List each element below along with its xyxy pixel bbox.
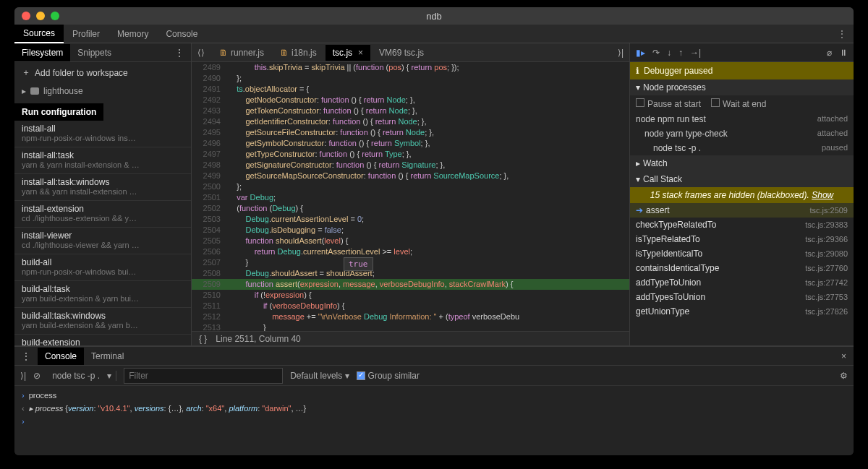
close-tab-icon[interactable]: × <box>358 48 363 58</box>
stack-frame[interactable]: checkTypeRelatedTotsc.js:29383 <box>630 218 854 232</box>
pause-on-exceptions-icon[interactable]: ⏸ <box>839 48 848 58</box>
run-config-item[interactable]: install-viewercd ./lighthouse-viewer && … <box>14 228 191 254</box>
code-line[interactable]: 2494 getIdentifierConstructor: function … <box>192 116 629 127</box>
process-item[interactable]: node tsc -p .paused <box>630 141 854 155</box>
code-line[interactable]: 2513 } <box>192 322 629 331</box>
file-tab-vm69[interactable]: VM69 tsc.js <box>372 45 431 61</box>
debugger-paused-banner: ℹ Debugger paused <box>630 62 854 79</box>
code-line[interactable]: 2501 var Debug; <box>192 192 629 203</box>
code-line[interactable]: 2489 this.skipTrivia = skipTrivia || (fu… <box>192 62 629 73</box>
code-line[interactable]: 2493 getTokenConstructor: function () { … <box>192 106 629 116</box>
wait-at-end-checkbox[interactable]: Wait at end <box>711 98 766 109</box>
pause-at-start-checkbox[interactable]: Pause at start <box>636 98 701 109</box>
tab-sources[interactable]: Sources <box>14 25 64 43</box>
info-icon: ℹ <box>636 66 639 76</box>
resume-icon[interactable]: ▮▸ <box>636 48 645 58</box>
process-item[interactable]: node yarn type-checkattached <box>630 126 854 141</box>
code-line[interactable]: 2492 getNodeConstructor: function () { r… <box>192 95 629 106</box>
code-line[interactable]: 2509 function assert(expression, message… <box>192 279 629 290</box>
clear-console-icon[interactable]: ⊘ <box>33 371 41 381</box>
tab-filesystem[interactable]: Filesystem <box>14 44 70 61</box>
run-config-item[interactable]: install-allnpm-run-posix-or-windows ins… <box>14 121 191 147</box>
drawer-tab-terminal[interactable]: Terminal <box>84 348 131 365</box>
drawer-tab-console[interactable]: Console <box>38 348 84 365</box>
console-output[interactable]: ›process‹▸ process {version: "v10.4.1", … <box>14 386 854 455</box>
code-line[interactable]: 2499 getSourceMapSourceConstructor: func… <box>192 171 629 181</box>
main-menu-icon[interactable]: ⋮ <box>830 29 854 39</box>
code-line[interactable]: 2506 return Debug.currentAssertionLevel … <box>192 246 629 257</box>
stack-frame[interactable]: isTypeIdenticalTotsc.js:29080 <box>630 246 854 261</box>
run-config-item[interactable]: install-extensioncd ./lighthouse-extensi… <box>14 201 191 228</box>
more-tabs-icon[interactable]: ⟩| <box>612 48 629 58</box>
code-line[interactable]: 2503 Debug.currentAssertionLevel = 0; <box>192 214 629 225</box>
node-processes-header[interactable]: ▾Node processes <box>630 79 854 95</box>
chevron-right-icon: ▸ <box>636 158 640 168</box>
tab-memory[interactable]: Memory <box>109 25 157 43</box>
run-config-item[interactable]: build-all:task:windowsyarn build-extensi… <box>14 308 191 335</box>
group-similar-checkbox[interactable]: Group similar <box>357 371 420 381</box>
run-config-item[interactable]: install-all:taskyarn & yarn install-exte… <box>14 147 191 174</box>
drawer-menu-icon[interactable]: ⋮ <box>14 351 38 361</box>
code-line[interactable]: 2500 }; <box>192 181 629 192</box>
stack-frame[interactable]: isTypeRelatedTotsc.js:29366 <box>630 232 854 246</box>
show-hidden-frames-link[interactable]: Show <box>812 190 833 200</box>
code-line[interactable]: 2502 (function (Debug) { <box>192 203 629 214</box>
code-line[interactable]: 2491 ts.objectAllocator = { <box>192 84 629 95</box>
console-toolbar: ⟩| ⊘ node tsc -p . ▾ Default levels ▾ Gr… <box>14 366 854 386</box>
tab-console[interactable]: Console <box>157 25 206 43</box>
hidden-frames-banner: 15 stack frames are hidden (blackboxed).… <box>630 187 854 203</box>
minimize-window-button[interactable] <box>36 12 45 20</box>
code-line[interactable]: 2507 } <box>192 257 629 268</box>
run-config-item[interactable]: build-allnpm-run-posix-or-windows bui… <box>14 254 191 281</box>
console-settings-icon[interactable]: ⚙ <box>840 371 848 381</box>
cursor-indicator-icon[interactable]: { } <box>199 334 207 343</box>
run-config-item[interactable]: build-extensioncd ./lighthouse-extension… <box>14 335 191 345</box>
stack-frame[interactable]: containsIdenticalTypetsc.js:27760 <box>630 261 854 275</box>
run-config-item[interactable]: build-all:taskyarn build-extension & yar… <box>14 281 191 308</box>
console-context[interactable]: node tsc -p . ▾ <box>48 371 116 381</box>
log-levels-dropdown[interactable]: Default levels ▾ <box>290 371 349 381</box>
stack-frame[interactable]: addTypeToUniontsc.js:27742 <box>630 275 854 290</box>
filter-input[interactable] <box>124 368 283 384</box>
watch-header[interactable]: ▸Watch <box>630 155 854 171</box>
code-line[interactable]: 2510 if (!expression) { <box>192 290 629 301</box>
file-tab-i18n[interactable]: 🗎i18n.js <box>273 45 324 61</box>
code-line[interactable]: 2508 Debug.shouldAssert = shouldAssert; <box>192 268 629 279</box>
debugger-panel: ▮▸ ↷ ↓ ↑ →| ⌀ ⏸ ℹ Debugger paused ▾Node … <box>629 43 854 345</box>
step-into-icon[interactable]: ↓ <box>667 48 671 58</box>
code-line[interactable]: 2505 function shouldAssert(level) { <box>192 236 629 246</box>
run-config-item[interactable]: install-all:task:windowsyarn && yarn ins… <box>14 174 191 201</box>
code-line[interactable]: 2511 if (verboseDebugInfo) { <box>192 301 629 311</box>
close-drawer-icon[interactable]: × <box>834 351 854 361</box>
nav-left-icon[interactable]: ⟨⟩ <box>192 48 210 58</box>
file-icon: 🗎 <box>219 48 228 58</box>
maximize-window-button[interactable] <box>51 12 59 20</box>
code-line[interactable]: 2495 getSourceFileConstructor: function … <box>192 127 629 138</box>
tree-item-lighthouse[interactable]: ▸ lighthouse <box>14 83 191 99</box>
tab-profiler[interactable]: Profiler <box>64 25 109 43</box>
code-line[interactable]: 2504 Debug.isDebugging = false; <box>192 225 629 236</box>
code-line[interactable]: 2496 getSymbolConstructor: function () {… <box>192 138 629 149</box>
stack-frame[interactable]: ➔asserttsc.js:2509 <box>630 203 854 218</box>
panel-menu-icon[interactable]: ⋮ <box>168 48 191 58</box>
file-tab-runner[interactable]: 🗎runner.js <box>212 45 271 61</box>
code-line[interactable]: 2490 }; <box>192 73 629 84</box>
code-editor[interactable]: true 2489 this.skipTrivia = skipTrivia |… <box>192 62 629 331</box>
code-line[interactable]: 2498 getSignatureConstructor: function (… <box>192 160 629 171</box>
add-folder-button[interactable]: ＋ Add folder to workspace <box>14 62 191 83</box>
code-line[interactable]: 2497 getTypeConstructor: function () { r… <box>192 149 629 160</box>
step-icon[interactable]: →| <box>690 48 701 58</box>
deactivate-breakpoints-icon[interactable]: ⌀ <box>827 48 832 58</box>
tab-snippets[interactable]: Snippets <box>70 44 119 61</box>
call-stack-header[interactable]: ▾Call Stack <box>630 171 854 187</box>
step-out-icon[interactable]: ↑ <box>678 48 683 58</box>
close-window-button[interactable] <box>22 12 30 20</box>
step-over-icon[interactable]: ↷ <box>652 48 660 58</box>
code-line[interactable]: 2512 message += "\r\nVerbose Debug Infor… <box>192 311 629 322</box>
stack-frame[interactable]: addTypesToUniontsc.js:27753 <box>630 290 854 304</box>
console-context-icon[interactable]: ⟩| <box>20 371 26 381</box>
process-item[interactable]: node npm run testattached <box>630 112 854 126</box>
stack-frame[interactable]: getUnionTypetsc.js:27826 <box>630 304 854 319</box>
debugger-toolbar: ▮▸ ↷ ↓ ↑ →| ⌀ ⏸ <box>630 43 854 62</box>
file-tab-tsc[interactable]: tsc.js× <box>326 45 370 61</box>
